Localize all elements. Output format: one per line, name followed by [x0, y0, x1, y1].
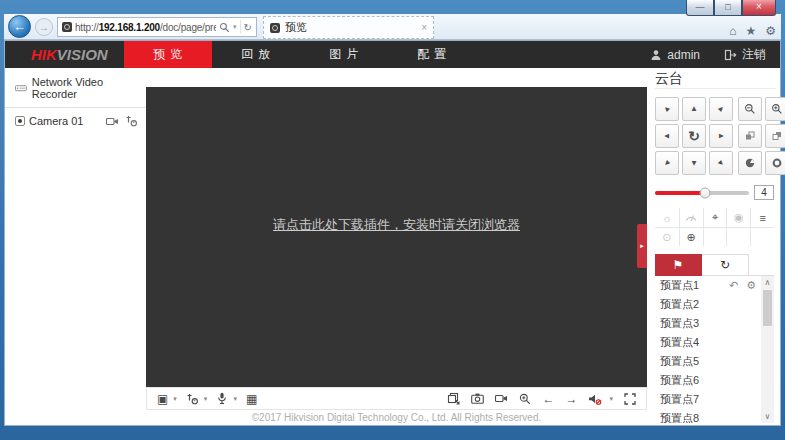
- scroll-up-icon[interactable]: ∧: [761, 276, 774, 289]
- favorites-star-icon[interactable]: ★: [745, 24, 756, 38]
- ptz-menu-button[interactable]: ≡: [750, 208, 774, 227]
- tab-presets[interactable]: ⚑: [655, 254, 702, 276]
- logo-vision: VISION: [57, 46, 108, 63]
- preset-item[interactable]: 预置点7: [655, 390, 761, 409]
- ptz-down-button[interactable]: ▲: [682, 151, 706, 175]
- window-layout-icon[interactable]: ▣: [157, 392, 168, 406]
- user-name: admin: [667, 48, 700, 62]
- panel-collapse-handle[interactable]: ▸: [637, 224, 647, 268]
- refresh-icon[interactable]: ↻: [244, 22, 252, 33]
- arrow-down-left-icon: ▲: [661, 157, 672, 168]
- stream-dropdown-caret-icon[interactable]: ▾: [204, 395, 208, 403]
- plugin-download-link[interactable]: 请点击此处下载插件，安装时请关闭浏览器: [273, 216, 520, 234]
- tools-gear-icon[interactable]: ⚙: [765, 24, 776, 38]
- browser-tab[interactable]: 预览 ×: [263, 16, 434, 39]
- ptz-speed-value: 4: [754, 185, 774, 200]
- plugin-display-icon[interactable]: ▦: [246, 392, 257, 406]
- preset-item[interactable]: 预置点6: [655, 371, 761, 390]
- tab-patrol[interactable]: ↻: [702, 254, 749, 276]
- tab-close-icon[interactable]: ×: [421, 22, 427, 33]
- logo-hik: HIK: [31, 46, 57, 63]
- address-bar[interactable]: http://192.168.1.200/doc/page/preview ▾ …: [57, 17, 257, 37]
- layout-dropdown-caret-icon[interactable]: ▾: [173, 395, 177, 403]
- preset-scrollbar[interactable]: ∧ ∨: [761, 276, 774, 423]
- device-node[interactable]: Network Video Recorder: [5, 68, 146, 108]
- stream-type-icon[interactable]: [125, 115, 138, 127]
- app-body: Network Video Recorder Camera 01 请点击此处下载…: [5, 68, 780, 425]
- ptz-aux-toolbar: ☼ ⌖ ◉ ≡ ⊙ ⊕: [655, 208, 774, 246]
- preset-item[interactable]: 预置点3: [655, 314, 761, 333]
- zoom-out-button[interactable]: [738, 97, 762, 121]
- ptz-speed-slider[interactable]: [655, 191, 749, 195]
- preset-actions: ↶ ⚙: [729, 279, 761, 292]
- preset-set-icon[interactable]: ⚙: [746, 279, 756, 292]
- preset-label: 预置点1: [660, 278, 699, 293]
- search-icon[interactable]: [219, 22, 230, 33]
- video-window[interactable]: 请点击此处下载插件，安装时请关闭浏览器: [146, 87, 647, 387]
- ptz-up-right-button[interactable]: ▲: [709, 97, 733, 121]
- scroll-down-icon[interactable]: ∨: [761, 410, 774, 423]
- preset-call-icon[interactable]: ↶: [729, 279, 738, 292]
- slider-thumb[interactable]: [699, 187, 710, 198]
- window-close-button[interactable]: ×: [742, 0, 776, 16]
- audio-dropdown-caret-icon[interactable]: ▾: [609, 395, 613, 403]
- audio-muted-icon[interactable]: [588, 393, 602, 405]
- arrow-down-icon: ▲: [690, 159, 698, 167]
- light-button[interactable]: ☼: [655, 208, 679, 227]
- focus-far-button[interactable]: [765, 124, 785, 148]
- preset-item[interactable]: 预置点2: [655, 295, 761, 314]
- logout-icon[interactable]: [724, 49, 737, 61]
- record-icon[interactable]: [495, 393, 508, 404]
- preset-label: 预置点6: [660, 373, 699, 388]
- tab-picture[interactable]: 图片: [300, 41, 388, 68]
- zoom-area-button[interactable]: ⊕: [679, 227, 703, 246]
- ptz-down-left-button[interactable]: ▲: [655, 151, 679, 175]
- camera-node[interactable]: Camera 01: [5, 108, 146, 133]
- ptz-left-button[interactable]: ▲: [655, 124, 679, 148]
- url-text[interactable]: http://192.168.1.200/doc/page/preview: [75, 22, 216, 33]
- position-3d-button[interactable]: ⌖: [703, 208, 727, 227]
- ptz-auto-scan-button[interactable]: ↻: [682, 124, 706, 148]
- preset-item[interactable]: 预置点5: [655, 352, 761, 371]
- home-icon[interactable]: ⌂: [729, 24, 736, 38]
- mic-dropdown-caret-icon[interactable]: ▾: [233, 395, 237, 403]
- manual-tracking-button[interactable]: ⊙: [655, 227, 679, 246]
- tab-configuration[interactable]: 配置: [388, 41, 476, 68]
- window-maximize-button[interactable]: □: [714, 0, 742, 16]
- digital-zoom-icon[interactable]: [519, 393, 531, 405]
- stream-select-icon[interactable]: [186, 393, 199, 405]
- iris-close-button[interactable]: [738, 151, 762, 175]
- ptz-up-button[interactable]: ▲: [682, 97, 706, 121]
- logout-label[interactable]: 注销: [742, 46, 766, 63]
- preset-item[interactable]: 预置点8: [655, 409, 761, 423]
- search-dropdown-caret-icon[interactable]: ▾: [233, 23, 237, 31]
- fullscreen-icon[interactable]: [624, 393, 636, 405]
- browser-forward-button[interactable]: →: [35, 18, 53, 36]
- url-host: 192.168.1.200: [99, 22, 160, 33]
- capture-snapshot-icon[interactable]: [471, 393, 484, 404]
- wiper-button[interactable]: [679, 208, 703, 227]
- iris-open-button[interactable]: [765, 151, 785, 175]
- preset-list: 预置点1 ↶ ⚙ 预置点2 预置点3 预置点4 预置点5 预置点6 预置点7 预…: [655, 276, 761, 423]
- lens-init-button[interactable]: ◉: [726, 208, 750, 227]
- tab-playback[interactable]: 回放: [212, 41, 300, 68]
- previous-page-icon[interactable]: ←: [542, 392, 554, 406]
- preset-item[interactable]: 预置点1 ↶ ⚙: [655, 276, 761, 295]
- ptz-right-button[interactable]: ▲: [709, 124, 733, 148]
- two-way-audio-mic-icon[interactable]: [216, 392, 228, 405]
- browser-back-button[interactable]: ←: [8, 15, 31, 38]
- iris-open-icon: [771, 157, 783, 169]
- focus-near-button[interactable]: [738, 124, 762, 148]
- window-minimize-button[interactable]: —: [686, 0, 714, 16]
- zoom-in-button[interactable]: [765, 97, 785, 121]
- scrollbar-thumb[interactable]: [763, 290, 772, 326]
- ptz-up-left-button[interactable]: ▲: [655, 97, 679, 121]
- start-live-view-icon[interactable]: [106, 116, 119, 127]
- preset-flag-icon: ⚑: [673, 258, 684, 272]
- tab-preview[interactable]: 预览: [124, 41, 212, 68]
- zoom-out-icon: [744, 103, 756, 115]
- stop-all-live-view-icon[interactable]: [447, 392, 460, 405]
- preset-item[interactable]: 预置点4: [655, 333, 761, 352]
- next-page-icon[interactable]: →: [565, 392, 577, 406]
- ptz-down-right-button[interactable]: ▲: [709, 151, 733, 175]
